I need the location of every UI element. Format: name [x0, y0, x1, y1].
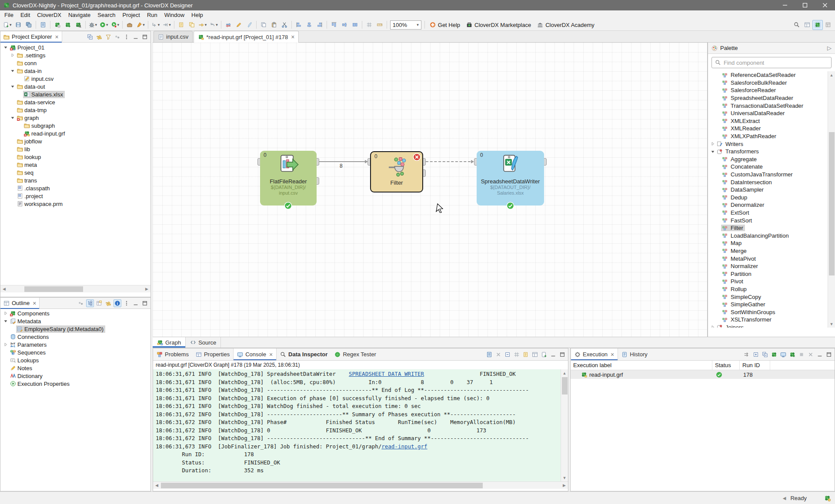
- console-link[interactable]: read-input.grf: [381, 443, 427, 450]
- clear-console-button[interactable]: [494, 351, 502, 358]
- palette-item-dedup[interactable]: Dedup: [708, 194, 828, 202]
- execution-column-execution-label[interactable]: Execution label: [571, 361, 712, 370]
- copy-file-button[interactable]: [176, 20, 187, 30]
- execution-column-run-id[interactable]: Run ID: [740, 361, 770, 370]
- palette-item-datasampler[interactable]: DataSampler: [708, 186, 828, 194]
- menu-project[interactable]: Project: [119, 11, 144, 19]
- link-with-graph-button[interactable]: [743, 351, 751, 358]
- view-menu-button[interactable]: [123, 299, 130, 307]
- editor-tab-read-input-grf-project-01-178[interactable]: *read-input.grf [Project_01] #178×: [194, 31, 299, 43]
- console-hscrollbar[interactable]: ◀ ▶: [153, 481, 568, 489]
- other-perspective-button[interactable]: [823, 20, 833, 30]
- palette-item-partition[interactable]: Partition: [708, 270, 828, 278]
- toggle-ruler-button[interactable]: [374, 20, 385, 30]
- cut-button[interactable]: [279, 20, 290, 30]
- explorer-item-subgraph[interactable]: subgraph: [0, 122, 150, 129]
- toggle-grid-button[interactable]: [364, 20, 374, 30]
- palette-item-writers[interactable]: Writers: [708, 140, 828, 148]
- view-tab-execution[interactable]: Execution×: [571, 348, 618, 360]
- explorer-item-settings[interactable]: .settings: [0, 51, 150, 59]
- move-file-button[interactable]: ▾: [197, 20, 208, 30]
- tree-view-button[interactable]: [86, 299, 94, 307]
- palette-item-joiners[interactable]: Joiners: [708, 324, 828, 328]
- explorer-item-jobflow[interactable]: jobflow: [0, 137, 150, 145]
- table-view-button[interactable]: [95, 299, 103, 307]
- distribute-v-button[interactable]: [339, 20, 350, 30]
- display-console-button[interactable]: [531, 351, 539, 358]
- explorer-item-project-01[interactable]: Project_01: [0, 43, 150, 51]
- palette-collapse-icon[interactable]: ▷: [827, 45, 832, 51]
- scroll-left-icon[interactable]: ◀: [153, 482, 160, 489]
- clover-perspective-button[interactable]: [812, 20, 823, 30]
- console-vscrollbar[interactable]: ▲ ▼: [561, 369, 568, 481]
- stop-run-button[interactable]: [798, 351, 805, 358]
- palette-item-referencedatasetreader[interactable]: ReferenceDataSetReader: [708, 71, 828, 79]
- explorer-item-data-out[interactable]: data-out: [0, 83, 150, 90]
- pin-console-button[interactable]: [522, 351, 530, 358]
- palette-item-xsltransformer[interactable]: XSLTransformer: [708, 316, 828, 324]
- outline-item-connections[interactable]: Connections: [0, 333, 150, 341]
- execution-row-read-input-grf[interactable]: read-input.grf178: [571, 370, 835, 379]
- chevron-down-icon[interactable]: [710, 149, 716, 154]
- minimize-panel-button[interactable]: [816, 351, 824, 358]
- close-tab-icon[interactable]: ×: [291, 33, 294, 40]
- explorer-item-read-input-grf[interactable]: read-input.grf: [0, 129, 150, 137]
- minimize-panel-button[interactable]: [132, 299, 140, 307]
- edit-note-button[interactable]: [234, 20, 244, 30]
- distribute-h-button[interactable]: [329, 20, 339, 30]
- palette-item-simplecopy[interactable]: SimpleCopy: [708, 293, 828, 301]
- undo-button[interactable]: ▾: [208, 20, 219, 30]
- collapse-all-button[interactable]: [86, 33, 94, 41]
- open-editor-button[interactable]: [38, 20, 48, 30]
- palette-item-metapivot[interactable]: MetaPivot: [708, 255, 828, 262]
- chevron-right-icon[interactable]: [710, 325, 716, 328]
- find-component-input[interactable]: [724, 60, 819, 66]
- explorer-item-input-csv[interactable]: input.csv: [0, 75, 150, 83]
- annotate-button[interactable]: [244, 20, 254, 30]
- outline-item-sequences[interactable]: 123Sequences: [0, 348, 150, 356]
- palette-item-filter[interactable]: Filter: [708, 224, 828, 232]
- link-with-editor-button[interactable]: [104, 299, 112, 307]
- outline-item-execution-properties[interactable]: Execution Properties: [0, 380, 150, 388]
- align-left-button[interactable]: [294, 20, 304, 30]
- explorer-item-data-service[interactable]: data-service: [0, 98, 150, 106]
- outline-item-employeesalary-id-metadata0[interactable]: EmployeeSalary (id:Metadata0): [0, 325, 150, 333]
- menu-window[interactable]: Window: [161, 11, 188, 19]
- palette-item-transactionaldatasetreader[interactable]: TransactionalDataSetReader: [708, 102, 828, 109]
- outline-item-components[interactable]: Components: [0, 309, 150, 317]
- explorer-item-conn[interactable]: conn: [0, 59, 150, 67]
- open-perspective-button[interactable]: [802, 20, 812, 30]
- paste-button[interactable]: [269, 20, 279, 30]
- scroll-up-icon[interactable]: ▲: [561, 369, 568, 377]
- palette-item-map[interactable]: Map: [708, 239, 828, 247]
- editor-tab-input-csv[interactable]: input.csv: [154, 31, 193, 42]
- palette-item-transformers[interactable]: Transformers: [708, 148, 828, 156]
- progress-chevron-icon[interactable]: ◀: [783, 496, 786, 501]
- step-over-button[interactable]: ▾: [161, 20, 172, 30]
- close-window-button[interactable]: [815, 0, 835, 10]
- zoom-level-select[interactable]: 100%▾: [390, 20, 421, 30]
- palette-item-merge[interactable]: Merge: [708, 247, 828, 255]
- palette-item-xmlxpathreader[interactable]: XMLXPathReader: [708, 133, 828, 140]
- marketplace-button[interactable]: CloverDX Marketplace: [463, 20, 534, 30]
- academy-button[interactable]: CloverDX Academy: [534, 20, 598, 30]
- explorer-item-salaries-xlsx[interactable]: Salaries.xlsx: [0, 90, 150, 98]
- maximize-panel-button[interactable]: [558, 351, 566, 358]
- close-graph-button[interactable]: [52, 20, 63, 30]
- new-graph-button[interactable]: [63, 20, 73, 30]
- close-outline-icon[interactable]: ×: [33, 300, 36, 307]
- graph-canvas[interactable]: 80FlatFileReader${DATAIN_DIR}/input.csv0…: [153, 43, 708, 337]
- explorer-item-meta[interactable]: meta: [0, 161, 150, 169]
- menu-cloverdx[interactable]: CloverDX: [33, 11, 65, 19]
- explorer-item-workspace-prm[interactable]: workspace.prm: [0, 200, 150, 208]
- chevron-right-icon[interactable]: [9, 52, 16, 59]
- palette-item-denormalizer[interactable]: Denormalizer: [708, 201, 828, 209]
- view-tab-console[interactable]: Console×: [233, 348, 277, 360]
- explorer-item-classpath[interactable]: .classpath: [0, 184, 150, 192]
- project-explorer-hscrollbar[interactable]: ◀ ▶: [0, 285, 150, 292]
- chevron-down-icon[interactable]: [2, 318, 9, 325]
- link-with-editor-button[interactable]: [95, 33, 103, 41]
- maximize-panel-button[interactable]: [141, 299, 149, 307]
- open-graph-button[interactable]: [770, 351, 778, 358]
- match-size-button[interactable]: [350, 20, 360, 30]
